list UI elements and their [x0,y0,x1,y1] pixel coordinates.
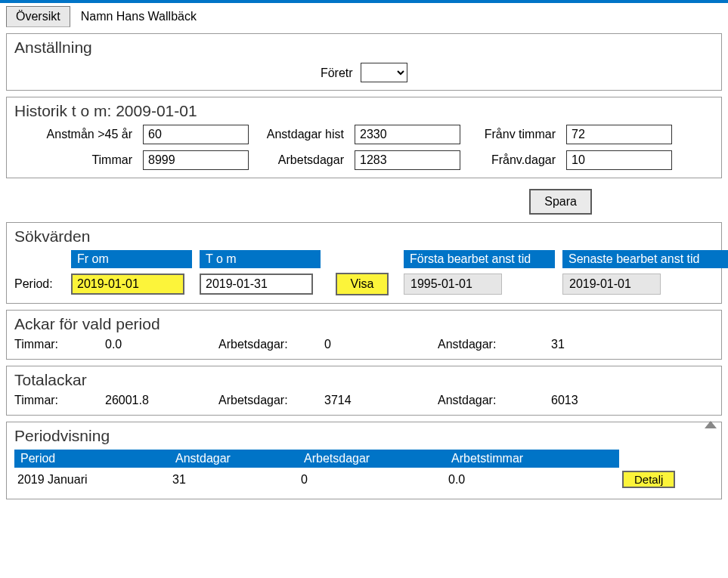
period-to-input[interactable] [200,274,313,295]
franv-timmar-input[interactable] [566,125,672,144]
historik-title: Historik t o m: 2009-01-01 [14,102,714,120]
forsta-value: 1995-01-01 [404,274,502,295]
franv-dagar-input[interactable] [566,150,672,170]
panel-total: Totalackar Timmar: 26001.8 Arbetsdagar: … [6,366,722,416]
ackar-timmar-value: 0.0 [105,338,218,351]
pv-hdr-arbetsdagar: Arbetsdagar [298,450,445,468]
ackar-anstdagar-value: 31 [551,338,627,351]
ackar-anstdagar-label: Anstdagar: [438,338,551,351]
tab-bar: Översikt Namn Hans Wallbäck [0,3,728,27]
namn-value: Hans Wallbäck [116,10,197,23]
total-anstdagar-value: 6013 [551,394,627,407]
visa-button[interactable]: Visa [336,273,389,295]
spara-button[interactable]: Spara [529,189,592,215]
detalj-button[interactable]: Detalj [622,471,675,488]
namn-label: Namn [81,10,113,23]
ackar-title: Ackar för vald period [14,315,714,333]
hdr-tom: T o m [200,250,321,268]
hdr-forsta: Första bearbet anst tid [404,250,555,268]
pv-arbetsdagar: 0 [298,471,445,488]
arbetsdagar-input[interactable] [355,150,460,170]
panel-ackar: Ackar för vald period Timmar: 0.0 Arbets… [6,310,722,360]
anstman45-input[interactable] [143,125,249,144]
arbetsdagar-label: Arbetsdagar [256,153,347,167]
foretr-label: Företr [321,66,353,79]
total-timmar-value: 26001.8 [105,394,218,407]
pv-arbetstimmar: 0.0 [445,471,619,488]
hdr-senaste: Senaste bearbet anst tid [562,250,728,268]
foretr-select[interactable] [361,63,407,82]
panel-anstallning: Anställning Företr [6,33,722,91]
pv-anstdagar: 31 [169,471,298,488]
pv-hdr-period: Period [14,450,169,468]
senaste-value: 2019-01-01 [562,274,661,295]
period-from-input[interactable] [71,274,184,295]
total-title: Totalackar [14,371,714,389]
anstdagar-hist-input[interactable] [355,125,460,144]
pv-hdr-arbetstimmar: Arbetstimmar [445,450,619,468]
anstallning-title: Anställning [14,39,714,57]
collapse-up-icon[interactable] [705,421,717,428]
sokvarden-title: Sökvärden [14,227,714,246]
total-arbetsdagar-value: 3714 [324,394,438,407]
timmar-label: Timmar [14,153,135,167]
hdr-frod: Fr om [71,250,192,268]
pv-period: 2019 Januari [14,471,169,488]
total-timmar-label: Timmar: [14,394,105,407]
anstman45-label: Anstmån >45 år [14,128,135,141]
pv-hdr-anstdagar: Anstdagar [169,450,298,468]
total-anstdagar-label: Anstdagar: [438,394,551,407]
timmar-input[interactable] [143,150,249,170]
panel-sokvarden: Sökvärden Fr om T o m Första bearbet ans… [6,222,722,304]
panel-periodvisning: Periodvisning Period Anstdagar Arbetsdag… [6,422,722,499]
periodvisning-title: Periodvisning [14,427,714,445]
ackar-timmar-label: Timmar: [14,338,105,351]
anstdagar-hist-label: Anstdagar hist [256,128,347,141]
namn-display: Namn Hans Wallbäck [76,7,201,26]
franv-dagar-label: Frånv.dagar [468,153,559,167]
table-row: 2019 Januari 31 0 0.0 Detalj [14,468,714,491]
franv-timmar-label: Frånv timmar [468,128,559,141]
panel-historik: Historik t o m: 2009-01-01 Anstmån >45 å… [6,97,722,178]
total-arbetsdagar-label: Arbetsdagar: [218,394,324,407]
ackar-arbetsdagar-label: Arbetsdagar: [218,338,324,351]
ackar-arbetsdagar-value: 0 [324,338,438,351]
period-label: Period: [14,277,71,291]
tab-oversikt[interactable]: Översikt [6,6,70,27]
